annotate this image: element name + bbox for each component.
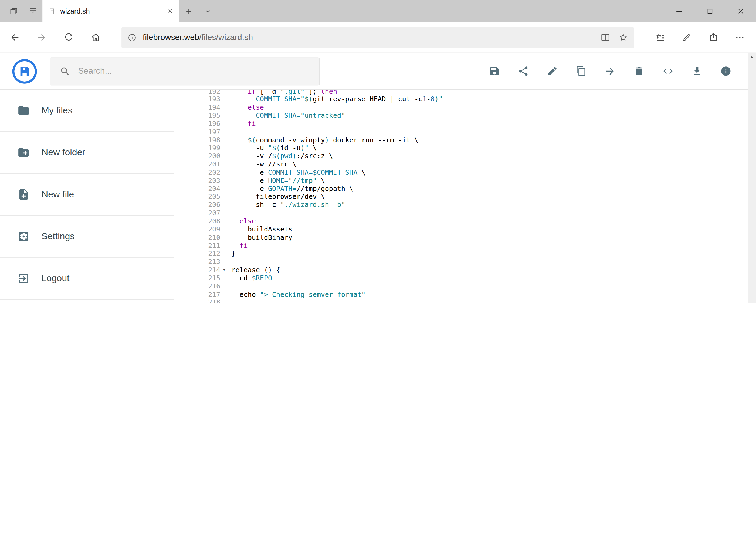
line-number: 206 bbox=[195, 201, 220, 209]
hub-icon bbox=[655, 32, 665, 43]
code-text: -v /$(pwd):/src:z \ bbox=[220, 152, 333, 160]
sidebar-item-new-folder[interactable]: New folder bbox=[0, 132, 173, 174]
maximize-button[interactable] bbox=[694, 0, 725, 22]
code-line-214[interactable]: 214▾release () { bbox=[195, 266, 748, 274]
back-button[interactable] bbox=[1, 22, 28, 53]
forward-button[interactable] bbox=[28, 22, 55, 53]
search-box[interactable] bbox=[50, 57, 320, 85]
delete-button[interactable] bbox=[629, 62, 648, 81]
page-scrollbar[interactable] bbox=[748, 53, 756, 303]
url-domain: filebrowser.web bbox=[143, 33, 199, 42]
code-text: sh -c "./wizard.sh -b" bbox=[220, 201, 345, 209]
code-line-196[interactable]: 196 fi bbox=[195, 120, 748, 128]
code-view-button[interactable] bbox=[658, 62, 677, 81]
add-favorite-star-icon[interactable] bbox=[618, 32, 629, 43]
code-line-200[interactable]: 200 -v /$(pwd):/src:z \ bbox=[195, 152, 748, 160]
code-line-217[interactable]: 217 echo "> Checking semver format" bbox=[195, 290, 748, 298]
code-line-193[interactable]: 193 COMMIT_SHA="$(git rev-parse HEAD | c… bbox=[195, 95, 748, 104]
set-aside-tabs-button[interactable] bbox=[4, 0, 23, 22]
sidebar-item-logout[interactable]: Logout bbox=[0, 258, 173, 299]
code-line-205[interactable]: 205 filebrowser/dev \ bbox=[195, 193, 748, 201]
line-number: 215 bbox=[195, 274, 220, 282]
fold-arrow-icon[interactable]: ▾ bbox=[223, 266, 226, 274]
line-number: 201 bbox=[195, 160, 220, 168]
search-input[interactable] bbox=[77, 66, 315, 77]
line-number: 192 bbox=[195, 90, 220, 95]
sidebar-item-my-files[interactable]: My files bbox=[0, 90, 173, 132]
filebrowser-logo[interactable] bbox=[12, 59, 37, 84]
code-line-215[interactable]: 215 cd $REPO bbox=[195, 274, 748, 282]
code-line-213[interactable]: 213 bbox=[195, 258, 748, 266]
line-number: 208 bbox=[195, 217, 220, 225]
code-text: -e COMMIT_SHA=$COMMIT_SHA \ bbox=[220, 168, 366, 176]
editor-toolbar bbox=[475, 62, 735, 81]
close-button[interactable] bbox=[725, 0, 756, 22]
share-page-button[interactable] bbox=[700, 22, 727, 53]
code-line-204[interactable]: 204 -e GOPATH=//tmp/gopath \ bbox=[195, 185, 748, 193]
tab-preview-chevron-button[interactable] bbox=[198, 0, 217, 22]
annotate-button[interactable] bbox=[674, 22, 700, 53]
new-tab-button[interactable] bbox=[179, 0, 198, 22]
back-icon bbox=[9, 32, 20, 43]
tab-preview-button[interactable] bbox=[23, 0, 42, 22]
reading-view-icon[interactable] bbox=[600, 32, 611, 43]
save-button[interactable] bbox=[484, 62, 504, 81]
code-text: else bbox=[220, 217, 256, 225]
sidebar-item-new-file[interactable]: New file bbox=[0, 174, 173, 216]
code-line-199[interactable]: 199 -u "$(id -u)" \ bbox=[195, 144, 748, 152]
code-line-212[interactable]: 212} bbox=[195, 250, 748, 258]
code-line-198[interactable]: 198 $(command -v winpty) docker run --rm… bbox=[195, 136, 748, 144]
code-text: fi bbox=[220, 120, 256, 128]
info-icon bbox=[720, 66, 731, 77]
code-line-203[interactable]: 203 -e HOME="//tmp" \ bbox=[195, 176, 748, 185]
code-line-210[interactable]: 210 buildBinary bbox=[195, 234, 748, 242]
code-editor[interactable]: 192 if [ -d ".git" ]; then193 COMMIT_SHA… bbox=[195, 90, 748, 303]
tabstrip-spacer bbox=[217, 0, 663, 22]
share-button[interactable] bbox=[513, 62, 533, 81]
filebrowser-page: My filesNew folderNew fileSettingsLogout… bbox=[0, 53, 756, 303]
code-line-206[interactable]: 206 sh -c "./wizard.sh -b" bbox=[195, 201, 748, 209]
code-line-211[interactable]: 211 fi bbox=[195, 242, 748, 250]
sidebar: My filesNew folderNew fileSettingsLogout… bbox=[0, 90, 195, 303]
line-number: 203 bbox=[195, 176, 220, 185]
code-line-197[interactable]: 197 bbox=[195, 128, 748, 136]
url-path: /files/wizard.sh bbox=[199, 33, 253, 42]
app-header bbox=[0, 53, 748, 90]
address-bar[interactable]: filebrowser.web/files/wizard.sh bbox=[122, 27, 634, 48]
code-line-195[interactable]: 195 COMMIT_SHA="untracked" bbox=[195, 112, 748, 120]
code-line-194[interactable]: 194 else bbox=[195, 104, 748, 112]
edit-button[interactable] bbox=[543, 62, 562, 81]
line-number: 207 bbox=[195, 209, 220, 217]
code-line-192[interactable]: 192 if [ -d ".git" ]; then bbox=[195, 90, 748, 95]
sidebar-item-label: New folder bbox=[42, 147, 85, 158]
info-button[interactable] bbox=[716, 62, 735, 81]
code-text: -e HOME="//tmp" \ bbox=[220, 176, 325, 185]
tab-close-icon[interactable] bbox=[167, 8, 173, 15]
code-line-202[interactable]: 202 -e COMMIT_SHA=$COMMIT_SHA \ bbox=[195, 168, 748, 176]
search-icon bbox=[60, 66, 71, 76]
line-number: 216 bbox=[195, 282, 220, 290]
sidebar-item-settings[interactable]: Settings bbox=[0, 216, 173, 258]
copy-button[interactable] bbox=[571, 62, 591, 81]
code-line-208[interactable]: 208 else bbox=[195, 217, 748, 225]
tab-wizard-sh[interactable]: wizard.sh bbox=[42, 0, 179, 22]
code-line-201[interactable]: 201 -w //src \ bbox=[195, 160, 748, 168]
tab-preview-icon bbox=[28, 6, 38, 16]
home-button[interactable] bbox=[82, 22, 109, 53]
download-button[interactable] bbox=[687, 62, 706, 81]
refresh-button[interactable] bbox=[55, 22, 82, 53]
minimize-button[interactable] bbox=[663, 0, 694, 22]
line-number: 197 bbox=[195, 128, 220, 136]
move-button[interactable] bbox=[600, 62, 620, 81]
scroll-up-button[interactable] bbox=[748, 53, 756, 61]
code-text: $(command -v winpty) docker run --rm -it… bbox=[220, 136, 418, 144]
code-line-218[interactable]: 218 bbox=[195, 298, 748, 303]
code-line-209[interactable]: 209 buildAssets bbox=[195, 225, 748, 234]
site-info-icon[interactable] bbox=[127, 33, 137, 42]
line-number: 193 bbox=[195, 95, 220, 104]
code-line-207[interactable]: 207 bbox=[195, 209, 748, 217]
hub-favorites-button[interactable] bbox=[647, 22, 673, 53]
code-line-216[interactable]: 216 bbox=[195, 282, 748, 290]
code-text: buildAssets bbox=[220, 225, 292, 234]
more-menu-button[interactable] bbox=[727, 22, 753, 53]
